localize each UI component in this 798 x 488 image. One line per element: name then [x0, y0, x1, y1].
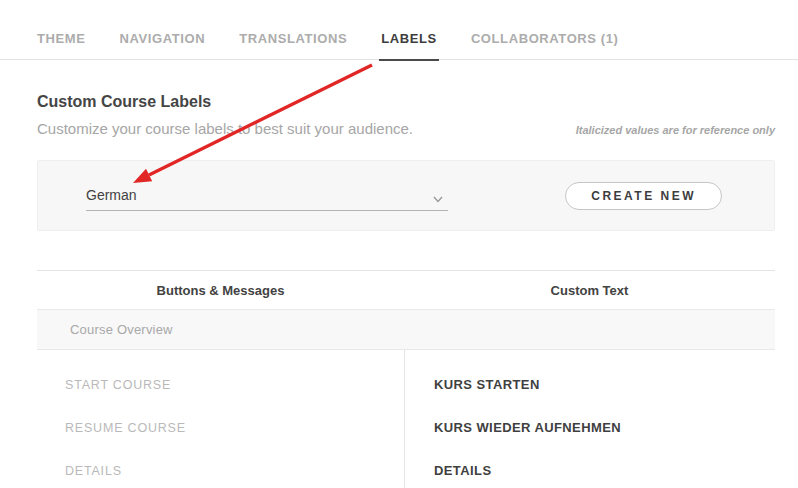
page-header: Custom Course Labels Customize your cour… [37, 93, 775, 137]
reference-note: Italicized values are for reference only [576, 124, 775, 136]
tab-collaborators[interactable]: COLLABORATORS (1) [471, 31, 619, 59]
row-label-resume-course: RESUME COURSE [37, 406, 404, 449]
tab-labels[interactable]: LABELS [381, 31, 437, 59]
labels-table: Buttons & Messages Custom Text Course Ov… [37, 270, 775, 488]
tab-theme[interactable]: THEME [37, 31, 86, 59]
custom-text-column: KURS STARTEN KURS WIEDER AUFNEHMEN DETAI… [404, 350, 775, 488]
page-title: Custom Course Labels [37, 93, 775, 111]
custom-text-details[interactable]: DETAILS [405, 449, 775, 488]
labels-settings-page: THEME NAVIGATION TRANSLATIONS LABELS COL… [0, 0, 798, 488]
default-labels-column: START COURSE RESUME COURSE DETAILS [37, 350, 404, 488]
language-select[interactable]: German [86, 185, 448, 211]
tab-translations[interactable]: TRANSLATIONS [239, 31, 347, 59]
create-new-button[interactable]: CREATE NEW [565, 182, 722, 210]
column-header-buttons-messages: Buttons & Messages [37, 283, 404, 298]
table-header-row: Buttons & Messages Custom Text [37, 271, 775, 309]
table-body: START COURSE RESUME COURSE DETAILS KURS … [37, 350, 775, 488]
group-row-course-overview: Course Overview [37, 309, 775, 350]
row-label-start-course: START COURSE [37, 363, 404, 406]
language-panel: German CREATE NEW [37, 160, 775, 231]
row-label-details: DETAILS [37, 449, 404, 488]
settings-tab-bar: THEME NAVIGATION TRANSLATIONS LABELS COL… [0, 0, 798, 60]
custom-text-start-course[interactable]: KURS STARTEN [405, 363, 775, 406]
custom-text-resume-course[interactable]: KURS WIEDER AUFNEHMEN [405, 406, 775, 449]
chevron-down-icon [432, 191, 444, 203]
language-select-value: German [86, 187, 137, 203]
page-subtitle: Customize your course labels to best sui… [37, 120, 413, 137]
tab-navigation[interactable]: NAVIGATION [120, 31, 206, 59]
column-header-custom-text: Custom Text [404, 283, 775, 298]
